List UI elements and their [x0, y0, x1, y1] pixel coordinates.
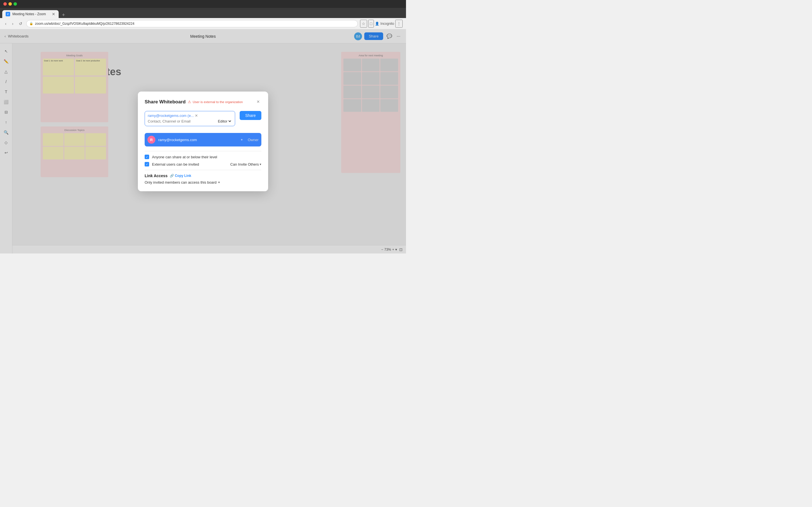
incognito-label: Incognito — [380, 22, 394, 25]
email-tag-text: ramy@rocketgems.com (e... — [148, 114, 194, 118]
external-invite-checkbox[interactable]: ✓ — [145, 162, 149, 166]
lock-icon: 🔒 — [29, 22, 33, 25]
tab-bar: Z Meeting Notes - Zoom ✕ + — [0, 8, 406, 18]
invite-others-dropdown[interactable]: Can Invite Others ▾ — [231, 162, 261, 166]
nav-actions: ☆ □ 👤 Incognito ⋮ — [360, 20, 403, 27]
permission-select[interactable]: Editor — [217, 119, 232, 124]
tab-title: Meeting Notes - Zoom — [12, 12, 46, 16]
chevron-down-icon: ▾ — [260, 163, 261, 166]
active-tab[interactable]: Z Meeting Notes - Zoom ✕ — [2, 10, 59, 18]
copy-link-button[interactable]: 🔗 Copy Link — [170, 174, 191, 178]
minimize-window-button[interactable] — [8, 2, 12, 6]
close-window-button[interactable] — [3, 2, 7, 6]
bookmark-icon[interactable]: ☆ — [360, 20, 367, 27]
modal-title: Share Whiteboard — [145, 99, 186, 105]
warning-icon: ⚠ — [188, 100, 191, 104]
link-setting-chevron: ▾ — [218, 180, 220, 184]
link-icon: 🔗 — [170, 174, 174, 178]
tab-favicon: Z — [6, 12, 10, 16]
modal-header: Share Whiteboard ⚠ User is external to t… — [145, 98, 261, 105]
url-text: zoom.us/wb/doc/_GzqzfVOSlKu9apIdkkuMQ/p/… — [35, 22, 134, 25]
tab-close-button[interactable]: ✕ — [52, 12, 55, 16]
incognito-icon: 👤 — [375, 22, 379, 25]
share-action-button[interactable]: Share — [240, 111, 261, 120]
contact-input[interactable] — [148, 119, 216, 123]
back-button[interactable]: ‹ — [3, 20, 8, 27]
browser-frame: Z Meeting Notes - Zoom ✕ + ‹ › ↺ 🔒 zoom.… — [0, 0, 406, 253]
copy-link-label: Copy Link — [175, 174, 191, 178]
member-row: R ramy@rocketgems.com ⌖ Owner — [145, 133, 261, 147]
app-content: ‹ Whiteboards Meeting Notes DJ Share 💬 ·… — [0, 29, 406, 253]
address-bar[interactable]: 🔒 zoom.us/wb/doc/_GzqzfVOSlKu9apIdkkuMQ/… — [26, 20, 357, 27]
traffic-lights — [3, 2, 17, 6]
menu-button[interactable]: ⋮ — [395, 20, 403, 27]
share-level-label: Anyone can share at or below their level — [152, 155, 217, 159]
link-access-label: Link Access — [145, 173, 167, 178]
external-invite-label: External users can be invited — [152, 162, 199, 166]
cursor-icon: ⌖ — [241, 138, 243, 142]
reload-button[interactable]: ↺ — [17, 20, 24, 27]
member-role: Owner — [248, 138, 259, 142]
modal-close-button[interactable]: × — [255, 98, 261, 105]
external-warning-text: User is external to the organization — [193, 100, 243, 104]
external-invite-checkbox-row: ✓ External users can be invited Can Invi… — [145, 162, 261, 166]
extensions-icon[interactable]: □ — [368, 20, 374, 27]
invite-others-label: Can Invite Others — [231, 162, 259, 166]
link-access-title: Link Access 🔗 Copy Link — [145, 173, 261, 178]
share-modal: Share Whiteboard ⚠ User is external to t… — [138, 92, 268, 191]
link-access-section: Link Access 🔗 Copy Link Only invited mem… — [145, 173, 261, 184]
new-tab-button[interactable]: + — [60, 12, 67, 18]
remove-email-button[interactable]: ✕ — [195, 114, 198, 118]
external-warning: ⚠ User is external to the organization — [188, 100, 243, 104]
member-avatar: R — [147, 136, 155, 144]
share-level-checkbox[interactable]: ✓ — [145, 155, 149, 159]
member-email: ramy@rocketgems.com — [158, 138, 237, 142]
forward-button[interactable]: › — [10, 20, 15, 27]
editor-selector[interactable]: Editor — [217, 119, 232, 124]
recipient-input-container[interactable]: ramy@rocketgems.com (e... ✕ Editor — [145, 111, 235, 126]
modal-title-area: Share Whiteboard ⚠ User is external to t… — [145, 99, 243, 105]
divider — [145, 151, 261, 151]
share-level-checkbox-row: ✓ Anyone can share at or below their lev… — [145, 155, 261, 159]
modal-overlay: Share Whiteboard ⚠ User is external to t… — [0, 29, 406, 253]
maximize-window-button[interactable] — [13, 2, 17, 6]
link-access-select[interactable]: Only invited members can access this boa… — [145, 180, 261, 184]
email-tag: ramy@rocketgems.com (e... ✕ — [148, 114, 198, 118]
incognito-button[interactable]: 👤 Incognito — [375, 22, 394, 25]
navigation-bar: ‹ › ↺ 🔒 zoom.us/wb/doc/_GzqzfVOSlKu9apId… — [0, 18, 406, 29]
link-setting-text: Only invited members can access this boa… — [145, 180, 216, 184]
browser-titlebar — [0, 0, 406, 8]
